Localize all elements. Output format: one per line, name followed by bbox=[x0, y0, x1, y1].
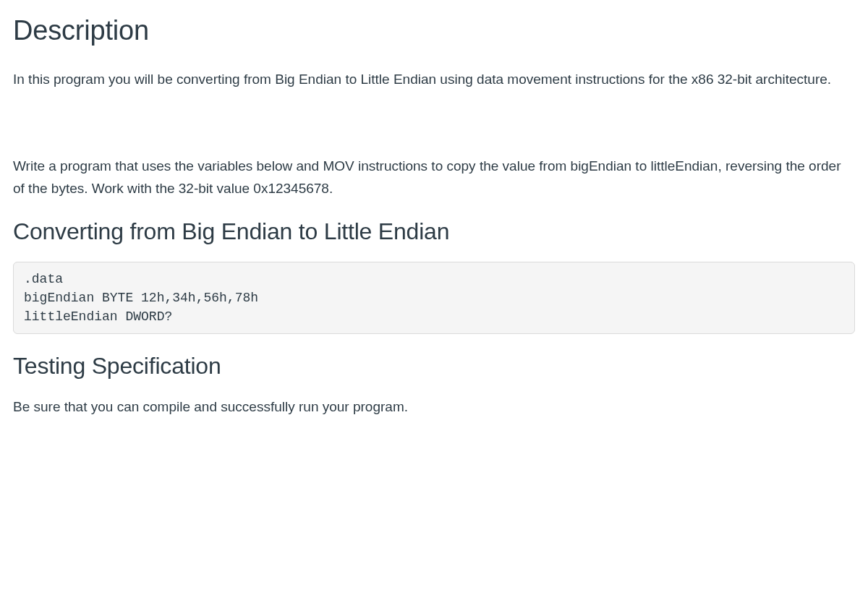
paragraph-task: Write a program that uses the variables … bbox=[13, 155, 855, 200]
blank-space bbox=[13, 103, 855, 155]
paragraph-intro: In this program you will be converting f… bbox=[13, 69, 855, 90]
heading-testing: Testing Specification bbox=[13, 348, 855, 383]
heading-converting: Converting from Big Endian to Little End… bbox=[13, 214, 855, 249]
paragraph-testing: Be sure that you can compile and success… bbox=[13, 396, 855, 418]
heading-description: Description bbox=[13, 10, 855, 51]
code-block-data: .data bigEndian BYTE 12h,34h,56h,78h lit… bbox=[13, 262, 855, 334]
